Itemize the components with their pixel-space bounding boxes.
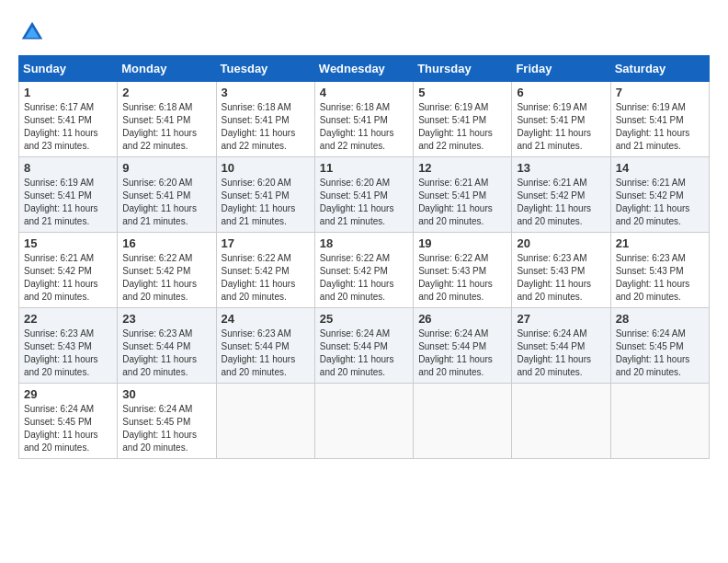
calendar-cell: 22Sunrise: 6:23 AMSunset: 5:43 PMDayligh… <box>19 308 118 384</box>
day-info: Sunrise: 6:21 AMSunset: 5:42 PMDaylight:… <box>24 252 112 304</box>
day-info: Sunrise: 6:19 AMSunset: 5:41 PMDaylight:… <box>24 177 112 228</box>
day-info: Sunrise: 6:21 AMSunset: 5:42 PMDaylight:… <box>616 177 704 228</box>
day-number: 1 <box>24 86 112 99</box>
day-info: Sunrise: 6:24 AMSunset: 5:44 PMDaylight:… <box>517 327 605 379</box>
header-cell-tuesday: Tuesday <box>216 56 314 82</box>
day-number: 23 <box>122 312 210 326</box>
calendar-cell <box>314 384 413 459</box>
day-number: 27 <box>517 312 605 326</box>
calendar-cell: 17Sunrise: 6:22 AMSunset: 5:42 PMDayligh… <box>216 233 314 308</box>
calendar-week-0: 1Sunrise: 6:17 AMSunset: 5:41 PMDaylight… <box>19 82 710 157</box>
calendar-cell <box>610 384 709 459</box>
header-cell-saturday: Saturday <box>610 56 709 82</box>
day-number: 19 <box>418 236 506 250</box>
day-info: Sunrise: 6:19 AMSunset: 5:41 PMDaylight:… <box>418 101 506 153</box>
day-info: Sunrise: 6:24 AMSunset: 5:45 PMDaylight:… <box>616 327 704 379</box>
calendar-body: 1Sunrise: 6:17 AMSunset: 5:41 PMDaylight… <box>19 82 710 459</box>
day-info: Sunrise: 6:24 AMSunset: 5:45 PMDaylight:… <box>122 403 210 454</box>
calendar-cell: 4Sunrise: 6:18 AMSunset: 5:41 PMDaylight… <box>314 82 413 157</box>
calendar-cell: 10Sunrise: 6:20 AMSunset: 5:41 PMDayligh… <box>216 157 314 233</box>
calendar-header: SundayMondayTuesdayWednesdayThursdayFrid… <box>19 56 710 82</box>
day-number: 16 <box>122 236 210 250</box>
calendar-cell: 20Sunrise: 6:23 AMSunset: 5:43 PMDayligh… <box>512 233 610 308</box>
calendar-cell: 30Sunrise: 6:24 AMSunset: 5:45 PMDayligh… <box>118 384 216 459</box>
calendar-cell: 14Sunrise: 6:21 AMSunset: 5:42 PMDayligh… <box>610 157 709 233</box>
day-info: Sunrise: 6:21 AMSunset: 5:42 PMDaylight:… <box>517 177 605 228</box>
day-number: 22 <box>24 312 112 326</box>
header-cell-monday: Monday <box>118 56 216 82</box>
header-row: SundayMondayTuesdayWednesdayThursdayFrid… <box>19 56 710 82</box>
calendar-cell: 28Sunrise: 6:24 AMSunset: 5:45 PMDayligh… <box>610 308 709 384</box>
calendar-cell: 9Sunrise: 6:20 AMSunset: 5:41 PMDaylight… <box>118 157 216 233</box>
day-info: Sunrise: 6:24 AMSunset: 5:44 PMDaylight:… <box>320 327 408 379</box>
day-number: 3 <box>222 86 310 99</box>
calendar-cell: 19Sunrise: 6:22 AMSunset: 5:43 PMDayligh… <box>414 233 512 308</box>
calendar-cell <box>216 384 314 459</box>
header-cell-wednesday: Wednesday <box>314 56 413 82</box>
day-number: 10 <box>222 161 310 175</box>
day-number: 14 <box>616 161 704 175</box>
calendar-week-3: 22Sunrise: 6:23 AMSunset: 5:43 PMDayligh… <box>19 308 710 384</box>
calendar-cell: 1Sunrise: 6:17 AMSunset: 5:41 PMDaylight… <box>19 82 118 157</box>
day-number: 17 <box>222 236 310 250</box>
calendar-table: SundayMondayTuesdayWednesdayThursdayFrid… <box>18 55 710 459</box>
calendar-cell: 5Sunrise: 6:19 AMSunset: 5:41 PMDaylight… <box>414 82 512 157</box>
day-number: 21 <box>616 236 704 250</box>
day-info: Sunrise: 6:22 AMSunset: 5:42 PMDaylight:… <box>122 252 210 304</box>
calendar-cell: 8Sunrise: 6:19 AMSunset: 5:41 PMDaylight… <box>19 157 118 233</box>
day-info: Sunrise: 6:23 AMSunset: 5:43 PMDaylight:… <box>616 252 704 304</box>
calendar-cell: 11Sunrise: 6:20 AMSunset: 5:41 PMDayligh… <box>314 157 413 233</box>
day-info: Sunrise: 6:17 AMSunset: 5:41 PMDaylight:… <box>24 101 112 153</box>
day-number: 11 <box>320 161 408 175</box>
header-cell-thursday: Thursday <box>414 56 512 82</box>
day-info: Sunrise: 6:22 AMSunset: 5:43 PMDaylight:… <box>418 252 506 304</box>
day-number: 13 <box>517 161 605 175</box>
day-info: Sunrise: 6:21 AMSunset: 5:41 PMDaylight:… <box>418 177 506 228</box>
logo-icon <box>18 18 46 46</box>
day-info: Sunrise: 6:23 AMSunset: 5:43 PMDaylight:… <box>24 327 112 379</box>
day-number: 29 <box>24 387 112 401</box>
day-number: 15 <box>24 236 112 250</box>
day-number: 9 <box>122 161 210 175</box>
day-info: Sunrise: 6:23 AMSunset: 5:44 PMDaylight:… <box>122 327 210 379</box>
header-cell-sunday: Sunday <box>19 56 118 82</box>
calendar-cell: 18Sunrise: 6:22 AMSunset: 5:42 PMDayligh… <box>314 233 413 308</box>
day-info: Sunrise: 6:18 AMSunset: 5:41 PMDaylight:… <box>320 101 408 153</box>
day-number: 7 <box>616 86 704 99</box>
calendar-cell: 3Sunrise: 6:18 AMSunset: 5:41 PMDaylight… <box>216 82 314 157</box>
calendar-week-1: 8Sunrise: 6:19 AMSunset: 5:41 PMDaylight… <box>19 157 710 233</box>
day-number: 25 <box>320 312 408 326</box>
day-number: 8 <box>24 161 112 175</box>
day-number: 28 <box>616 312 704 326</box>
page-header <box>18 18 710 46</box>
calendar-cell: 25Sunrise: 6:24 AMSunset: 5:44 PMDayligh… <box>314 308 413 384</box>
day-info: Sunrise: 6:24 AMSunset: 5:45 PMDaylight:… <box>24 403 112 454</box>
calendar-week-4: 29Sunrise: 6:24 AMSunset: 5:45 PMDayligh… <box>19 384 710 459</box>
day-info: Sunrise: 6:19 AMSunset: 5:41 PMDaylight:… <box>616 101 704 153</box>
day-info: Sunrise: 6:19 AMSunset: 5:41 PMDaylight:… <box>517 101 605 153</box>
day-info: Sunrise: 6:22 AMSunset: 5:42 PMDaylight:… <box>222 252 310 304</box>
calendar-cell: 23Sunrise: 6:23 AMSunset: 5:44 PMDayligh… <box>118 308 216 384</box>
calendar-cell: 16Sunrise: 6:22 AMSunset: 5:42 PMDayligh… <box>118 233 216 308</box>
day-info: Sunrise: 6:23 AMSunset: 5:44 PMDaylight:… <box>222 327 310 379</box>
calendar-cell <box>414 384 512 459</box>
day-number: 18 <box>320 236 408 250</box>
day-number: 2 <box>122 86 210 99</box>
day-number: 24 <box>222 312 310 326</box>
day-info: Sunrise: 6:24 AMSunset: 5:44 PMDaylight:… <box>418 327 506 379</box>
day-number: 6 <box>517 86 605 99</box>
calendar-cell: 26Sunrise: 6:24 AMSunset: 5:44 PMDayligh… <box>414 308 512 384</box>
day-info: Sunrise: 6:23 AMSunset: 5:43 PMDaylight:… <box>517 252 605 304</box>
logo <box>18 18 50 46</box>
day-info: Sunrise: 6:20 AMSunset: 5:41 PMDaylight:… <box>122 177 210 228</box>
calendar-week-2: 15Sunrise: 6:21 AMSunset: 5:42 PMDayligh… <box>19 233 710 308</box>
calendar-cell: 6Sunrise: 6:19 AMSunset: 5:41 PMDaylight… <box>512 82 610 157</box>
day-info: Sunrise: 6:20 AMSunset: 5:41 PMDaylight:… <box>320 177 408 228</box>
day-number: 30 <box>122 387 210 401</box>
day-number: 5 <box>418 86 506 99</box>
day-info: Sunrise: 6:18 AMSunset: 5:41 PMDaylight:… <box>122 101 210 153</box>
day-number: 12 <box>418 161 506 175</box>
day-number: 4 <box>320 86 408 99</box>
calendar-cell: 27Sunrise: 6:24 AMSunset: 5:44 PMDayligh… <box>512 308 610 384</box>
day-info: Sunrise: 6:20 AMSunset: 5:41 PMDaylight:… <box>222 177 310 228</box>
